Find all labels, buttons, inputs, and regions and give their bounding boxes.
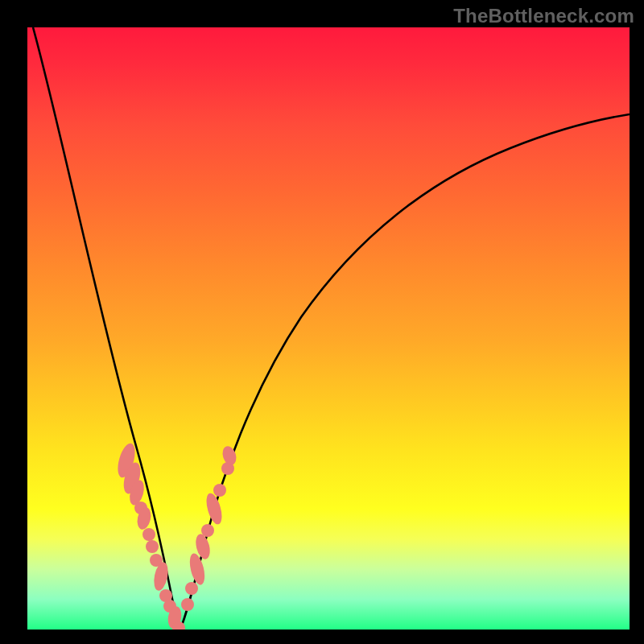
curve-layer xyxy=(27,27,630,630)
marker-dot xyxy=(213,484,226,497)
plot-area xyxy=(27,27,630,630)
curve-left xyxy=(33,27,180,629)
marker-dot xyxy=(142,528,155,541)
marker-dot xyxy=(185,582,198,595)
curve-right xyxy=(180,114,630,629)
marker-dot xyxy=(201,524,214,537)
markers-left-group xyxy=(114,441,185,630)
watermark-text: TheBottleneck.com xyxy=(453,5,634,27)
chart-frame: TheBottleneck.com xyxy=(0,0,644,644)
marker-dot xyxy=(146,540,159,553)
marker-dot xyxy=(181,598,194,611)
marker-dot xyxy=(204,492,225,526)
markers-right-group xyxy=(181,444,238,611)
